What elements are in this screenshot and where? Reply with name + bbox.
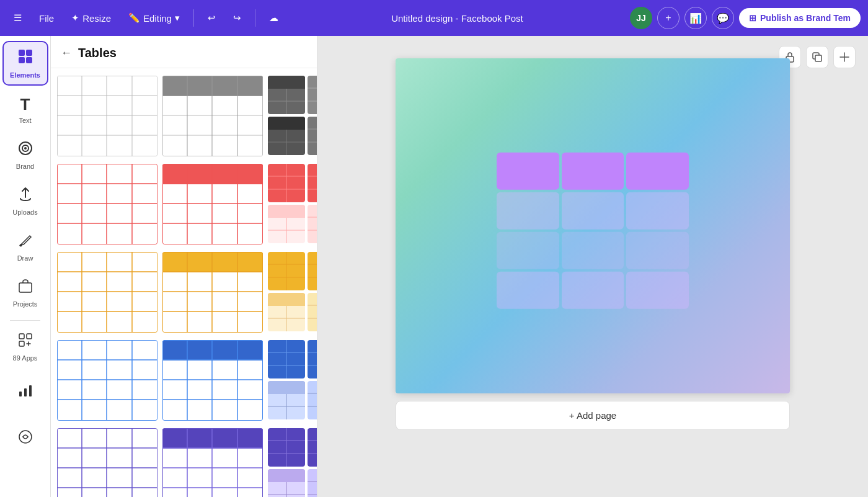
table-thumb-red-solid[interactable] [162, 164, 263, 244]
sidebar-item-more[interactable] [2, 370, 48, 415]
svg-rect-79 [308, 164, 317, 202]
table-thumb-dark-3[interactable] [268, 117, 305, 155]
svg-rect-103 [162, 253, 263, 272]
svg-rect-15 [24, 388, 27, 396]
cloud-button[interactable]: ☁ [263, 9, 285, 27]
svg-rect-29 [162, 76, 263, 96]
svg-rect-18 [57, 76, 157, 156]
back-button[interactable]: ← [61, 47, 72, 60]
uploads-label: Uploads [12, 208, 37, 216]
sidebar-item-draw[interactable]: Draw [2, 225, 48, 269]
table-thumb-grey-header-large[interactable] [162, 76, 263, 156]
body-cell-1-3[interactable] [626, 192, 689, 230]
publish-button[interactable]: ⊞ Publish as Brand Tem [739, 8, 861, 28]
table-thumb-blue-s4[interactable] [308, 381, 317, 419]
svg-rect-16 [29, 385, 32, 396]
editing-button[interactable]: ✏️ Editing ▾ [122, 9, 186, 27]
sidebar-item-projects[interactable]: Projects [2, 271, 48, 315]
svg-rect-0 [19, 50, 25, 56]
table-thumb-red-s2[interactable] [308, 164, 317, 202]
table-thumb-grey-small-group [268, 76, 317, 155]
undo-button[interactable]: ↩ [202, 9, 222, 27]
table-thumb-blue-s2[interactable] [308, 340, 317, 378]
table-thumb-yellow-s1[interactable] [268, 252, 305, 290]
svg-rect-175 [162, 429, 263, 449]
file-button[interactable]: File [33, 9, 60, 27]
table-thumb-grey-outline-large[interactable] [57, 76, 157, 156]
design-canvas[interactable] [396, 58, 790, 393]
body-cell-3-1[interactable] [497, 272, 559, 309]
redo-button[interactable]: ↪ [227, 9, 247, 27]
canvas-table-element[interactable] [494, 150, 691, 311]
svg-rect-42 [268, 76, 305, 89]
body-cell-3-2[interactable] [562, 272, 624, 309]
sidebar-item-uploads[interactable]: Uploads [2, 179, 48, 223]
add-page-button[interactable]: + Add page [396, 401, 790, 430]
body-cell-2-1[interactable] [497, 232, 559, 269]
table-thumb-blue-small-group [268, 340, 317, 419]
table-thumb-blue-outline[interactable] [57, 340, 157, 421]
table-thumb-indigo-s3[interactable] [268, 469, 305, 497]
table-thumb-yellow-outline[interactable] [57, 252, 157, 333]
table-thumb-red-outline[interactable] [57, 164, 157, 244]
add-element-button[interactable] [833, 46, 856, 68]
divider-1 [193, 9, 194, 27]
comment-button[interactable]: 💬 [712, 7, 734, 29]
header-cell-1[interactable] [497, 153, 559, 190]
svg-rect-14 [19, 392, 22, 396]
table-on-canvas[interactable] [494, 150, 691, 311]
header-cell-2[interactable] [562, 153, 624, 190]
table-body-row-3 [497, 272, 689, 309]
copy-button[interactable] [806, 46, 828, 68]
sidebar-item-text[interactable]: T Text [2, 87, 48, 132]
table-thumb-yellow-s3[interactable] [268, 293, 305, 331]
table-thumb-dark-4[interactable] [308, 117, 317, 155]
table-thumb-yellow-solid[interactable] [162, 252, 263, 333]
table-thumb-red-s1[interactable] [268, 164, 305, 202]
table-thumb-red-s4[interactable] [308, 205, 317, 243]
brand-icon [17, 140, 33, 160]
svg-point-7 [19, 244, 22, 247]
table-thumb-blue-solid[interactable] [162, 340, 263, 421]
body-cell-2-3[interactable] [626, 232, 689, 269]
apps-label: 89 Apps [13, 354, 38, 362]
panel-header: ← Tables [51, 36, 317, 68]
resize-button[interactable]: ✦ Resize [65, 9, 117, 27]
table-thumb-red-s3[interactable] [268, 205, 305, 243]
app-header: ☰ File ✦ Resize ✏️ Editing ▾ ↩ ↪ ☁ Untit… [0, 0, 868, 36]
table-thumb-indigo-s1[interactable] [268, 428, 305, 467]
table-thumb-indigo-s2[interactable] [308, 428, 317, 467]
apps-icon [17, 332, 33, 352]
add-collaborator-button[interactable]: + [657, 7, 680, 29]
table-thumb-yellow-s2[interactable] [308, 252, 317, 290]
table-thumb-dark-1[interactable] [268, 76, 305, 114]
menu-button[interactable]: ☰ [7, 9, 28, 27]
body-cell-1-2[interactable] [562, 192, 624, 230]
analytics-button[interactable]: 📊 [684, 7, 707, 29]
sidebar-item-apps[interactable]: 89 Apps [2, 325, 48, 369]
canvas-area: + Add page [317, 36, 868, 497]
table-thumb-blue-s1[interactable] [268, 340, 305, 378]
table-thumb-indigo-s4[interactable] [308, 469, 317, 497]
table-thumb-indigo-solid[interactable] [162, 428, 263, 497]
table-group-blue [57, 340, 311, 421]
table-thumb-blue-s3[interactable] [268, 381, 305, 419]
sidebar-item-brand[interactable]: Brand [2, 133, 48, 177]
table-thumb-dark-2[interactable] [308, 76, 317, 114]
table-thumb-indigo-outline[interactable] [57, 428, 157, 497]
body-cell-2-2[interactable] [562, 232, 624, 269]
svg-point-17 [19, 431, 32, 443]
avatar[interactable]: JJ [630, 7, 652, 29]
sidebar-item-elements[interactable]: Elements [2, 41, 48, 86]
body-cell-1-1[interactable] [497, 192, 559, 230]
svg-rect-124 [268, 293, 305, 306]
draw-icon [17, 232, 33, 252]
table-thumb-yellow-s4[interactable] [308, 293, 317, 331]
sidebar-item-bottom[interactable] [2, 416, 48, 461]
small-row-1 [268, 76, 317, 114]
header-cell-3[interactable] [626, 153, 689, 190]
main-layout: Elements T Text Brand Up [0, 36, 868, 497]
tables-panel: ← Tables [51, 36, 317, 497]
body-cell-3-3[interactable] [626, 272, 689, 309]
document-title: Untitled design - Facebook Post [290, 13, 625, 24]
